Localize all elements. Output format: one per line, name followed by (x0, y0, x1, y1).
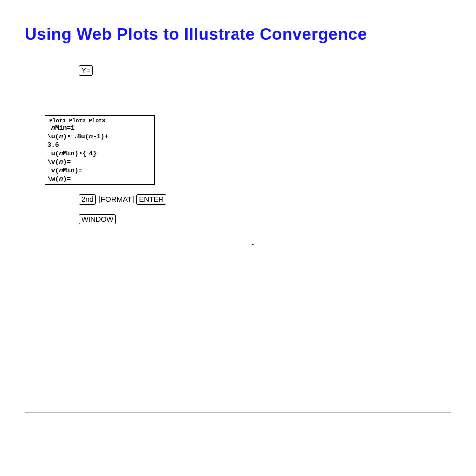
calculator-screen: Plot1 Plot2 Plot3 nMin=1 \u(n)▪-.8u(n-1)… (45, 115, 155, 185)
key-2nd: 2nd (79, 194, 96, 205)
page-title: Using Web Plots to Illustrate Convergenc… (25, 25, 451, 44)
step-number: 1. (25, 64, 55, 89)
calc-line: 3.6 (47, 141, 152, 150)
calc-line: \u(n)▪-.8u(n-1)+ (47, 133, 152, 141)
footer-left: 6-6 (25, 418, 36, 426)
key-window: WINDOW (79, 214, 116, 225)
step-text: Press WINDOW and set the variables as sh… (55, 213, 451, 251)
step-text: Press Y= to display the sequence Y= edit… (55, 64, 451, 89)
calc-line: nMin=1 (47, 124, 152, 133)
calc-line: v(nMin)= (47, 167, 152, 175)
step-text: Press to enter the functions for ... (55, 96, 451, 109)
calc-header: Plot1 Plot2 Plot3 (47, 118, 152, 125)
key-y-equals: Y= (79, 65, 93, 76)
key-format: FORMAT (101, 195, 132, 203)
calc-line: \w(n)= (47, 175, 152, 184)
calc-line: \v(n)= (47, 158, 152, 167)
key-enter: ENTER (136, 194, 166, 205)
step-number: 2. (25, 96, 55, 109)
step-text: Press 2nd [FORMAT] ENTER to set ... (55, 193, 451, 206)
step-number: 3. (25, 193, 55, 206)
footer-right: Sequences (414, 418, 451, 426)
step-number: 4. (25, 213, 55, 251)
calc-line: u(nMin)▪{-4} (47, 150, 152, 158)
divider (25, 412, 451, 413)
